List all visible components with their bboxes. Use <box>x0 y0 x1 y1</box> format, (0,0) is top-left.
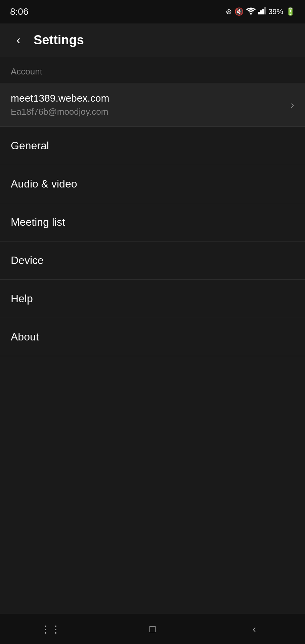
signal-icon <box>258 7 266 16</box>
menu-item-audio-video-label: Audio & video <box>11 178 77 190</box>
menu-item-meeting-list[interactable]: Meeting list <box>0 203 305 241</box>
back-nav-button[interactable]: ‹ <box>241 619 268 639</box>
mute-icon: 🔇 <box>234 7 244 16</box>
svg-rect-3 <box>262 9 264 14</box>
status-time: 8:06 <box>10 6 29 17</box>
account-server: meet1389.webex.com <box>11 93 110 104</box>
account-section-label: Account <box>0 57 305 83</box>
account-info: meet1389.webex.com Ea18f76b@moodjoy.com <box>11 93 110 117</box>
home-button[interactable]: □ <box>139 619 166 639</box>
menu-item-general-label: General <box>11 140 49 152</box>
bottom-nav: ⋮⋮ □ ‹ <box>0 614 305 644</box>
menu-item-audio-video[interactable]: Audio & video <box>0 165 305 203</box>
svg-rect-1 <box>258 12 260 14</box>
recent-apps-button[interactable]: ⋮⋮ <box>37 619 64 639</box>
menu-item-about-label: About <box>11 331 39 343</box>
svg-rect-4 <box>264 7 266 14</box>
wifi-icon <box>246 7 256 17</box>
svg-rect-2 <box>260 10 262 14</box>
menu-item-device-label: Device <box>11 254 44 266</box>
chevron-right-icon: › <box>291 99 294 111</box>
back-button[interactable]: ‹ <box>10 32 27 49</box>
menu-item-help-label: Help <box>11 292 33 305</box>
back-nav-icon: ‹ <box>253 623 256 635</box>
battery-text: 39% <box>268 7 283 16</box>
recent-apps-icon: ⋮⋮ <box>41 623 61 635</box>
status-bar: 8:06 ⊛ 🔇 39% 🔋 <box>0 0 305 23</box>
battery-icon: 🔋 <box>286 7 295 16</box>
header: ‹ Settings <box>0 23 305 57</box>
bluetooth-icon: ⊛ <box>226 7 232 16</box>
svg-point-0 <box>250 13 252 15</box>
menu-item-help[interactable]: Help <box>0 280 305 318</box>
menu-item-device[interactable]: Device <box>0 241 305 280</box>
back-arrow-icon: ‹ <box>16 33 20 47</box>
menu-item-about[interactable]: About <box>0 318 305 356</box>
account-item[interactable]: meet1389.webex.com Ea18f76b@moodjoy.com … <box>0 83 305 127</box>
account-email: Ea18f76b@moodjoy.com <box>11 107 110 117</box>
status-icons: ⊛ 🔇 39% 🔋 <box>226 7 295 17</box>
menu-item-general[interactable]: General <box>0 127 305 165</box>
home-icon: □ <box>149 623 156 635</box>
page-title: Settings <box>34 33 84 47</box>
settings-content: Account meet1389.webex.com Ea18f76b@mood… <box>0 57 305 356</box>
menu-item-meeting-list-label: Meeting list <box>11 216 65 228</box>
